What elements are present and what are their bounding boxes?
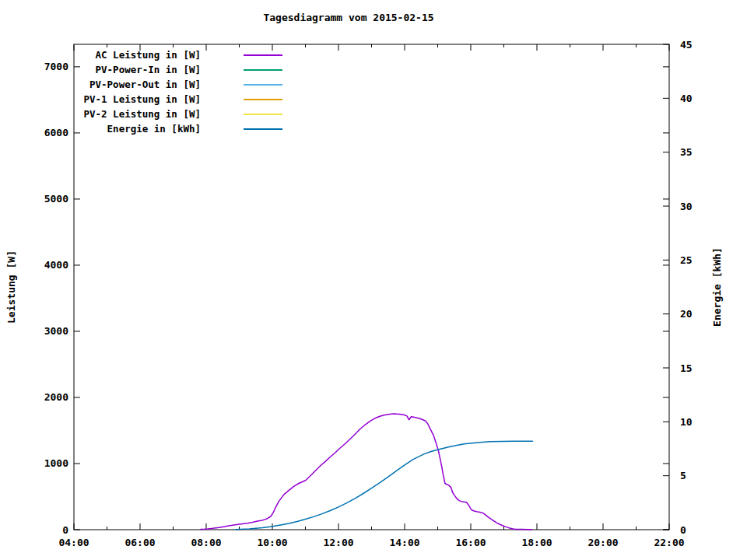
legend-item: Energie in [kWh] xyxy=(61,121,282,136)
x-tick-label: 12:00 xyxy=(323,537,353,548)
y-right-tick-label: 45 xyxy=(680,39,693,51)
y-right-tick-label: 40 xyxy=(680,93,693,104)
x-tick-label: 04:00 xyxy=(58,537,89,548)
legend-item-label: PV-Power-In in [W] xyxy=(61,64,201,75)
legend-line-swatch xyxy=(244,99,282,100)
y-right-tick-label: 0 xyxy=(680,524,686,536)
legend-line-swatch xyxy=(244,128,282,130)
legend-item-label: AC Leistung in [W] xyxy=(61,49,201,61)
y-right-tick-label: 25 xyxy=(680,254,693,266)
x-tick-label: 18:00 xyxy=(521,537,552,548)
legend-item: PV-2 Leistung in [W] xyxy=(61,107,282,121)
x-tick-label: 14:00 xyxy=(389,537,419,548)
legend-line-swatch xyxy=(244,84,282,86)
legend-item-label: PV-Power-Out in [W] xyxy=(61,79,201,90)
legend-item: PV-Power-In in [W] xyxy=(61,62,282,77)
y-right-tick-label: 30 xyxy=(680,201,693,212)
y-left-tick-label: 4000 xyxy=(44,259,68,271)
y-right-tick-label: 5 xyxy=(680,470,686,481)
legend-item-label: Energie in [kWh] xyxy=(61,123,201,135)
legend-line-swatch xyxy=(244,114,282,115)
legend-item: PV-Power-Out in [W] xyxy=(61,77,282,92)
y-left-tick-label: 0 xyxy=(62,524,68,536)
y-right-tick-label: 35 xyxy=(680,146,693,158)
tagesdiagramm-chart: Tagesdiagramm vom 2015-02-15 Leistung [W… xyxy=(0,0,747,560)
x-tick-label: 16:00 xyxy=(455,537,486,548)
legend-line-swatch xyxy=(244,54,282,56)
legend-item-label: PV-2 Leistung in [W] xyxy=(61,108,201,120)
x-tick-label: 10:00 xyxy=(257,537,287,548)
legend-line-swatch xyxy=(244,69,282,71)
y-right-tick-label: 15 xyxy=(680,362,693,374)
x-tick-label: 06:00 xyxy=(124,537,155,548)
legend: AC Leistung in [W]PV-Power-In in [W]PV-P… xyxy=(61,47,282,136)
y-right-tick-label: 20 xyxy=(680,308,693,320)
series-line-ac-leistung-in-w- xyxy=(201,414,532,530)
x-tick-label: 20:00 xyxy=(587,537,618,548)
legend-item: PV-1 Leistung in [W] xyxy=(61,92,282,107)
y-left-tick-label: 1000 xyxy=(44,457,68,469)
y-left-tick-label: 5000 xyxy=(44,193,68,205)
legend-item: AC Leistung in [W] xyxy=(61,47,282,62)
y-right-tick-label: 10 xyxy=(680,416,693,428)
legend-item-label: PV-1 Leistung in [W] xyxy=(61,93,201,105)
y-left-tick-label: 3000 xyxy=(44,325,68,337)
y-left-tick-label: 2000 xyxy=(44,391,68,403)
x-tick-label: 08:00 xyxy=(191,537,221,548)
x-tick-label: 22:00 xyxy=(654,537,684,548)
